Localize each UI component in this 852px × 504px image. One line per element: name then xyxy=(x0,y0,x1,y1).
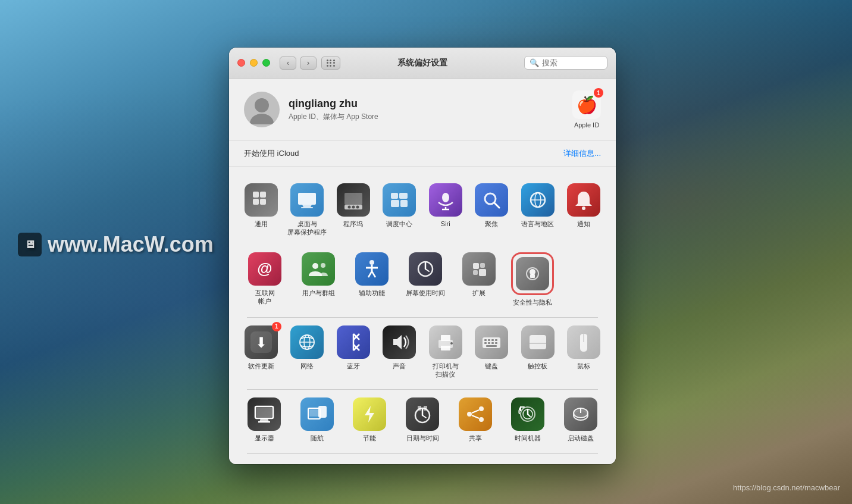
svg-rect-8 xyxy=(298,193,316,205)
desktop-icon xyxy=(290,183,324,217)
updates-badge: 1 xyxy=(272,322,281,331)
icons-row-1: 通用 桌面与屏幕保护程序 程序坞 xyxy=(238,179,607,242)
icon-mouse[interactable]: 鼠标 xyxy=(561,321,607,384)
icon-siri[interactable]: Siri xyxy=(422,179,469,242)
icon-trackpad[interactable]: 触控板 xyxy=(515,321,561,384)
icon-datetime[interactable]: 日期与时间 xyxy=(396,393,449,447)
svg-rect-67 xyxy=(491,342,494,344)
icon-users[interactable]: 用户与群组 xyxy=(292,248,345,311)
trackpad-icon xyxy=(521,325,555,359)
icon-spotlight[interactable]: 聚焦 xyxy=(469,179,515,242)
displays-icon xyxy=(248,397,281,431)
startup-icon xyxy=(564,397,597,431)
svg-rect-58 xyxy=(441,346,450,350)
nav-buttons: ‹ › xyxy=(280,57,317,70)
svg-point-30 xyxy=(321,263,325,268)
users-icon xyxy=(302,252,335,286)
icon-accessibility[interactable]: 辅助功能 xyxy=(345,248,399,311)
section-divider-3 xyxy=(247,453,598,454)
svg-rect-5 xyxy=(260,192,266,198)
icon-keyboard[interactable]: 键盘 xyxy=(469,321,515,384)
printers-label: 打印机与扫描仪 xyxy=(433,362,459,379)
close-button[interactable] xyxy=(237,59,245,67)
startup-label: 启动磁盘 xyxy=(568,434,594,442)
main-content: qingliang zhu Apple ID、媒体与 App Store 🍎 1… xyxy=(229,79,616,464)
accessibility-icon xyxy=(355,252,389,286)
updates-label: 软件更新 xyxy=(248,362,274,370)
network-icon xyxy=(290,325,324,359)
grid-view-button[interactable] xyxy=(321,57,340,70)
icon-general[interactable]: 通用 xyxy=(238,179,284,242)
profile-info: qingliang zhu Apple ID、媒体与 App Store xyxy=(289,98,378,122)
desktop-label: 桌面与屏幕保护程序 xyxy=(287,220,327,237)
icon-dock[interactable]: 程序坞 xyxy=(330,179,377,242)
icon-notifications[interactable]: 通知 xyxy=(561,179,607,242)
svg-rect-4 xyxy=(253,192,259,198)
section-divider-1 xyxy=(247,317,598,318)
svg-rect-18 xyxy=(400,200,408,207)
icon-bluetooth[interactable]: 蓝牙 xyxy=(330,321,377,384)
svg-rect-74 xyxy=(256,408,272,417)
sharing-icon xyxy=(459,397,492,431)
svg-text:🍎: 🍎 xyxy=(577,95,597,115)
apple-id-icon: 🍎 1 xyxy=(572,90,601,119)
icon-startup[interactable]: 启动磁盘 xyxy=(554,393,607,447)
notifications-label: 通知 xyxy=(577,220,590,228)
system-preferences-window: ‹ › 系统偏好设置 🔍 xyxy=(229,48,616,464)
svg-rect-68 xyxy=(495,342,497,344)
svg-point-1 xyxy=(250,114,274,124)
svg-rect-15 xyxy=(391,193,398,199)
icon-network[interactable]: 网络 xyxy=(284,321,331,384)
icon-security[interactable]: 安全性与隐私 xyxy=(506,248,559,311)
profile-subtitle: Apple ID、媒体与 App Store xyxy=(289,112,378,122)
datetime-icon xyxy=(406,397,439,431)
timemachine-icon xyxy=(511,397,544,431)
icon-screentime[interactable]: 屏幕使用时间 xyxy=(399,248,452,311)
search-input[interactable] xyxy=(542,58,602,67)
icon-printers[interactable]: 打印机与扫描仪 xyxy=(422,321,469,384)
icon-sound[interactable]: 声音 xyxy=(377,321,423,384)
svg-line-88 xyxy=(472,415,479,418)
minimize-button[interactable] xyxy=(250,59,258,67)
keyboard-icon xyxy=(475,325,508,359)
forward-button[interactable]: › xyxy=(300,57,317,70)
icon-timemachine[interactable]: 时间机器 xyxy=(502,393,555,447)
svg-rect-78 xyxy=(309,409,319,417)
icon-updates[interactable]: ⬇ 1 软件更新 xyxy=(238,321,284,384)
icon-language[interactable]: 语言与地区 xyxy=(515,179,561,242)
notifications-icon xyxy=(567,183,600,217)
svg-line-23 xyxy=(494,203,499,208)
icon-displays[interactable]: 显示器 xyxy=(238,393,291,447)
apple-id-section[interactable]: 🍎 1 Apple ID xyxy=(572,90,601,129)
svg-point-84 xyxy=(479,406,484,411)
icon-desktop[interactable]: 桌面与屏幕保护程序 xyxy=(284,179,331,242)
search-bar[interactable]: 🔍 xyxy=(524,56,607,70)
svg-rect-64 xyxy=(495,339,497,341)
sharing-label: 共享 xyxy=(469,434,482,442)
spotlight-label: 聚焦 xyxy=(485,220,498,228)
icon-extensions[interactable]: 扩展 xyxy=(452,248,506,311)
icon-mission[interactable]: 调度中心 xyxy=(377,179,423,242)
svg-line-34 xyxy=(368,271,372,277)
svg-rect-45 xyxy=(530,274,535,278)
security-icon xyxy=(516,257,549,290)
svg-point-14 xyxy=(356,206,359,209)
svg-rect-9 xyxy=(301,207,313,208)
svg-rect-42 xyxy=(479,269,486,276)
icons-row-4: 显示器 随航 节能 日 xyxy=(238,393,607,447)
svg-rect-6 xyxy=(253,199,259,205)
icon-sidecar[interactable]: 随航 xyxy=(291,393,344,447)
back-button[interactable]: ‹ xyxy=(280,57,296,70)
dock-icon xyxy=(337,183,370,217)
icon-internet[interactable]: @ 互联网帐户 xyxy=(238,248,292,311)
avatar[interactable] xyxy=(244,92,280,127)
icon-sharing[interactable]: 共享 xyxy=(449,393,502,447)
detail-link[interactable]: 详细信息... xyxy=(563,148,601,159)
svg-rect-69 xyxy=(486,345,497,347)
maximize-button[interactable] xyxy=(262,59,270,67)
security-label: 安全性与隐私 xyxy=(513,298,552,306)
svg-line-92 xyxy=(528,414,530,417)
mission-label: 调度中心 xyxy=(386,220,412,228)
extensions-label: 扩展 xyxy=(472,289,485,297)
icon-energy[interactable]: 节能 xyxy=(343,393,396,447)
